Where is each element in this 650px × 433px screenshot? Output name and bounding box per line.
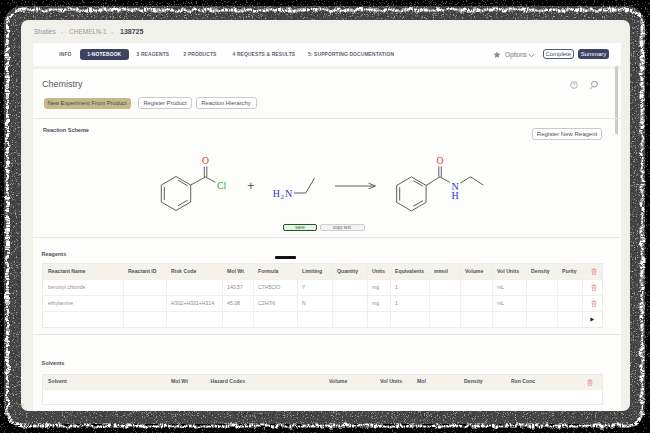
svg-text:+: + <box>247 179 254 193</box>
svg-text:Cl: Cl <box>217 180 226 191</box>
svg-text:H: H <box>273 188 280 199</box>
svg-text:H: H <box>451 190 458 201</box>
svg-text:2: 2 <box>281 193 285 201</box>
svg-text:O: O <box>437 155 444 166</box>
svg-text:N: N <box>285 188 292 199</box>
svg-text:O: O <box>202 155 209 166</box>
svg-text:?: ? <box>573 81 576 87</box>
